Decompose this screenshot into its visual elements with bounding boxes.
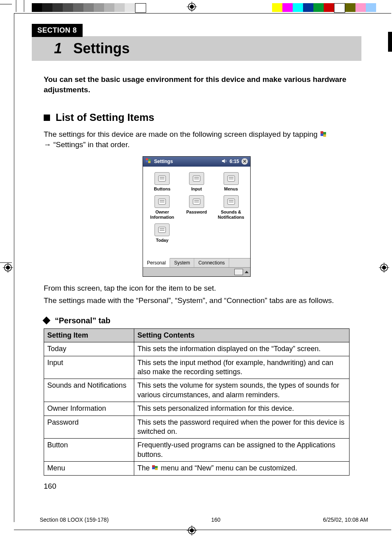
chapter-title-bar: 1 Settings <box>32 36 361 61</box>
pda-title-bar: Settings 6:15 ✕ <box>143 157 250 167</box>
settings-item-icon <box>154 223 170 236</box>
svg-rect-32 <box>229 177 234 178</box>
table-cell-contents: This sets the input method (for example,… <box>134 356 350 379</box>
svg-marker-24 <box>222 159 225 163</box>
table-cell-item: Menu <box>44 462 134 475</box>
pda-title: Settings <box>154 159 173 164</box>
color-swatch <box>94 3 104 12</box>
color-swatch <box>125 3 135 12</box>
svg-rect-29 <box>194 177 199 178</box>
svg-rect-42 <box>229 202 234 202</box>
svg-rect-45 <box>160 230 164 231</box>
table-row: PasswordThis sets the password required … <box>44 416 350 439</box>
crop-mark <box>16 0 16 12</box>
color-swatch <box>313 3 324 12</box>
trim-mark-right <box>388 32 392 52</box>
heading-personal-text: “Personal” tab <box>55 316 110 325</box>
registration-mark-icon <box>3 262 13 273</box>
start-flag-icon <box>152 464 159 471</box>
footer-page: 160 <box>211 517 220 523</box>
settings-item-icon <box>224 172 239 185</box>
chapter-number: 1 <box>54 40 62 56</box>
svg-rect-49 <box>155 468 158 470</box>
svg-rect-23 <box>148 161 151 163</box>
svg-rect-47 <box>155 466 158 468</box>
svg-rect-18 <box>321 134 323 136</box>
table-cell-contents: This sets the information displayed on t… <box>134 342 350 356</box>
trim-line-left <box>14 13 14 522</box>
table-row: Sounds and NotificationsThis sets the vo… <box>44 379 350 402</box>
footer-datetime: 6/25/02, 10:08 AM <box>323 517 368 523</box>
table-header-contents: Setting Contents <box>134 328 350 342</box>
pda-settings-item: Buttons <box>146 172 178 192</box>
color-swatch <box>282 3 293 12</box>
table-cell-text: The <box>137 464 152 472</box>
up-triangle-icon <box>245 271 249 273</box>
table-cell-item: Password <box>44 416 134 439</box>
color-swatch <box>293 3 303 12</box>
color-swatch <box>32 3 42 12</box>
pda-settings-item: Password <box>181 195 213 219</box>
table-header-item: Setting Item <box>44 328 134 342</box>
pda-settings-item: Input <box>181 172 213 192</box>
table-row: TodayThis sets the information displayed… <box>44 342 350 356</box>
svg-rect-26 <box>160 177 164 178</box>
start-flag-icon <box>145 158 152 165</box>
page-number: 160 <box>44 482 361 491</box>
bullet-square-icon <box>44 115 50 121</box>
settings-screenshot: Settings 6:15 ✕ ButtonsInputMenusOwner I… <box>143 156 251 277</box>
trim-line-top <box>14 13 391 14</box>
pda-settings-item: Today <box>146 223 178 243</box>
color-swatch <box>114 3 125 12</box>
settings-item-icon <box>154 195 170 208</box>
start-flag-icon <box>320 130 327 137</box>
svg-rect-33 <box>229 179 234 179</box>
settings-item-label: Today <box>146 238 178 243</box>
svg-rect-19 <box>323 134 326 137</box>
intro-paragraph: You can set the basic usage environment … <box>44 74 361 95</box>
svg-rect-27 <box>160 179 164 179</box>
table-row: Owner InformationThis sets personalized … <box>44 402 350 416</box>
table-cell-item: Today <box>44 342 134 356</box>
table-cell-item: Owner Information <box>44 402 134 416</box>
pda-tab: System <box>170 258 194 267</box>
table-cell-item: Sounds and Notifications <box>44 379 134 402</box>
keyboard-icon <box>234 269 243 275</box>
table-cell-contents: This sets the password required when the… <box>134 416 350 439</box>
table-cell-contents: The menu and “New” menu can be customize… <box>134 462 350 475</box>
settings-item-icon <box>154 172 170 185</box>
color-swatch <box>324 3 334 12</box>
svg-rect-36 <box>160 202 164 202</box>
table-cell-text: menu and “New” menu can be customized. <box>159 464 297 472</box>
pda-settings-item: Menus <box>215 172 247 192</box>
list-intro-text-1: The settings for this device are made on… <box>44 130 320 138</box>
pda-clock: 6:15 <box>230 159 239 164</box>
pda-bottom-bar <box>143 267 250 276</box>
svg-rect-41 <box>229 200 234 201</box>
after-screenshot-line-1: From this screen, tap the icon for the i… <box>44 283 361 293</box>
registration-mark-icon <box>187 525 197 536</box>
table-row: ButtonFrequently-used programs can be as… <box>44 439 350 462</box>
heading-text: List of Setting Items <box>56 111 154 124</box>
imposition-footer: Section 08 LOOX (159-178) 160 6/25/02, 1… <box>40 517 368 523</box>
footer-filename: Section 08 LOOX (159-178) <box>40 517 109 523</box>
pda-settings-item: Sounds & Notifications <box>215 195 247 219</box>
svg-rect-46 <box>152 465 155 467</box>
table-cell-item: Button <box>44 439 134 462</box>
after-screenshot-line-2: The settings made with the “Personal”, “… <box>44 295 361 306</box>
color-swatch <box>63 3 73 12</box>
settings-item-icon <box>189 172 204 185</box>
settings-item-label: Menus <box>215 186 247 192</box>
table-cell-contents: This sets personalized information for t… <box>134 402 350 416</box>
color-swatch <box>345 3 355 12</box>
heading-list-of-setting-items: List of Setting Items <box>44 111 361 124</box>
pda-settings-item: Owner Information <box>146 195 178 219</box>
pda-tab: Connections <box>194 258 229 267</box>
pda-tab: Personal <box>143 258 170 267</box>
color-bar <box>32 3 376 12</box>
list-intro: The settings for this device are made on… <box>44 129 361 150</box>
settings-item-label: Sounds & Notifications <box>215 210 247 219</box>
table-row: InputThis sets the input method (for exa… <box>44 356 350 379</box>
list-intro-text-2: → “Settings” in that order. <box>44 140 130 149</box>
trim-line-bottom <box>14 530 391 530</box>
